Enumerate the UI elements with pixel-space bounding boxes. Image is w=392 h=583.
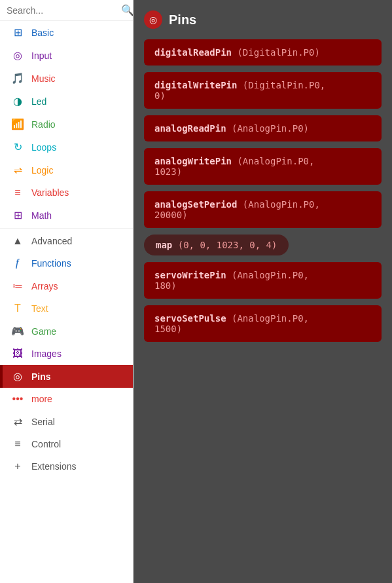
sidebar-item-input[interactable]: ◎Input <box>0 44 133 67</box>
text-icon: T <box>10 303 25 314</box>
sidebar: 🔍 ⊞Basic◎Input🎵Music◑Led📶Radio↻Loops⇌Log… <box>0 0 134 583</box>
sidebar-item-basic[interactable]: ⊞Basic <box>0 21 133 44</box>
functions-list: digitalReadPin (DigitalPin.P0)digitalWri… <box>144 39 382 342</box>
input-icon: ◎ <box>10 49 25 62</box>
sidebar-divider <box>0 228 133 229</box>
radio-icon: 📶 <box>10 118 25 130</box>
func-card-digitalReadPin[interactable]: digitalReadPin (DigitalPin.P0) <box>144 39 382 66</box>
led-icon: ◑ <box>10 95 25 107</box>
sidebar-item-arrays[interactable]: ≔Arrays <box>0 274 133 297</box>
basic-icon: ⊞ <box>10 26 25 39</box>
sidebar-item-variables[interactable]: ≡Variables <box>0 181 133 204</box>
func-params-digitalReadPin: (DigitalPin.P0) <box>232 47 320 58</box>
func-card-analogWritePin[interactable]: analogWritePin (AnalogPin.P0, 1023) <box>144 148 382 185</box>
func-name-analogSetPeriod: analogSetPeriod <box>154 199 237 210</box>
func-card-servoSetPulse[interactable]: servoSetPulse (AnalogPin.P0, 1500) <box>144 305 382 342</box>
sidebar-item-loops[interactable]: ↻Loops <box>0 136 133 159</box>
main-header: ◎ Pins <box>144 10 382 29</box>
math-icon: ⊞ <box>10 209 25 221</box>
func-name-digitalWritePin: digitalWritePin <box>154 80 237 90</box>
arrays-label: Arrays <box>31 281 58 292</box>
pins-header-icon: ◎ <box>144 10 162 29</box>
func-card-digitalWritePin[interactable]: digitalWritePin (DigitalPin.P0, 0) <box>144 72 382 109</box>
serial-label: Serial <box>31 417 55 427</box>
logic-icon: ⇌ <box>10 164 25 176</box>
func-card-analogSetPeriod[interactable]: analogSetPeriod (AnalogPin.P0, 20000) <box>144 191 382 228</box>
func-name-analogWritePin: analogWritePin <box>154 156 232 166</box>
main-title: Pins <box>169 12 196 28</box>
func-card-map[interactable]: map (0, 0, 1023, 0, 4) <box>144 235 289 255</box>
sidebar-item-extensions[interactable]: +Extensions <box>0 455 133 478</box>
advanced-icon: ▲ <box>10 235 25 247</box>
game-icon: 🎮 <box>10 325 25 337</box>
sidebar-item-advanced[interactable]: ▲Advanced <box>0 230 133 252</box>
func-name-analogReadPin: analogReadPin <box>154 123 226 134</box>
sidebar-item-logic[interactable]: ⇌Logic <box>0 159 133 181</box>
search-icon: 🔍 <box>121 4 134 16</box>
serial-icon: ⇄ <box>10 415 25 428</box>
sidebar-item-music[interactable]: 🎵Music <box>0 67 133 90</box>
text-label: Text <box>31 303 48 314</box>
extensions-icon: + <box>10 461 25 472</box>
pins-label: Pins <box>31 371 51 382</box>
variables-icon: ≡ <box>10 187 25 198</box>
math-label: Math <box>31 210 52 221</box>
func-card-analogReadPin[interactable]: analogReadPin (AnalogPin.P0) <box>144 115 382 141</box>
led-label: Led <box>31 96 46 107</box>
sidebar-item-serial[interactable]: ⇄Serial <box>0 410 133 433</box>
more-label: more <box>31 394 52 404</box>
images-label: Images <box>31 348 62 359</box>
sidebar-item-functions[interactable]: ƒFunctions <box>0 252 133 274</box>
images-icon: 🖼 <box>10 348 25 360</box>
func-card-servoWritePin[interactable]: servoWritePin (AnalogPin.P0, 180) <box>144 262 382 299</box>
variables-label: Variables <box>31 187 69 198</box>
functions-label: Functions <box>31 258 71 269</box>
music-icon: 🎵 <box>10 72 25 85</box>
game-label: Game <box>31 326 56 337</box>
sidebar-items: ⊞Basic◎Input🎵Music◑Led📶Radio↻Loops⇌Logic… <box>0 21 133 478</box>
sidebar-item-radio[interactable]: 📶Radio <box>0 113 133 136</box>
func-name-digitalReadPin: digitalReadPin <box>154 47 232 58</box>
input-label: Input <box>31 50 52 61</box>
main-content: ◎ Pins digitalReadPin (DigitalPin.P0)dig… <box>134 0 392 583</box>
extensions-label: Extensions <box>31 461 76 472</box>
logic-label: Logic <box>31 165 53 176</box>
radio-label: Radio <box>31 119 56 130</box>
func-name-servoSetPulse: servoSetPulse <box>154 313 226 324</box>
advanced-label: Advanced <box>31 236 72 246</box>
search-input[interactable] <box>7 5 121 16</box>
sidebar-item-game[interactable]: 🎮Game <box>0 320 133 343</box>
sidebar-item-control[interactable]: ≡Control <box>0 433 133 455</box>
arrays-icon: ≔ <box>10 280 25 292</box>
search-bar: 🔍 <box>0 0 133 21</box>
sidebar-item-led[interactable]: ◑Led <box>0 90 133 113</box>
more-icon: ••• <box>10 393 25 405</box>
sidebar-item-more[interactable]: •••more <box>0 388 133 410</box>
control-label: Control <box>31 439 61 449</box>
func-params-map: (0, 0, 1023, 0, 4) <box>172 240 277 250</box>
sidebar-item-text[interactable]: TText <box>0 297 133 320</box>
control-icon: ≡ <box>10 438 25 450</box>
sidebar-item-math[interactable]: ⊞Math <box>0 204 133 227</box>
functions-icon: ƒ <box>10 257 25 269</box>
func-name-map: map <box>156 240 172 250</box>
loops-label: Loops <box>31 142 56 153</box>
basic-label: Basic <box>31 28 54 38</box>
pins-icon: ◎ <box>10 370 25 383</box>
sidebar-item-pins[interactable]: ◎Pins <box>0 365 133 388</box>
sidebar-item-images[interactable]: 🖼Images <box>0 343 133 365</box>
music-label: Music <box>31 73 56 84</box>
func-params-analogReadPin: (AnalogPin.P0) <box>226 123 309 134</box>
loops-icon: ↻ <box>10 141 25 153</box>
func-name-servoWritePin: servoWritePin <box>154 270 226 280</box>
